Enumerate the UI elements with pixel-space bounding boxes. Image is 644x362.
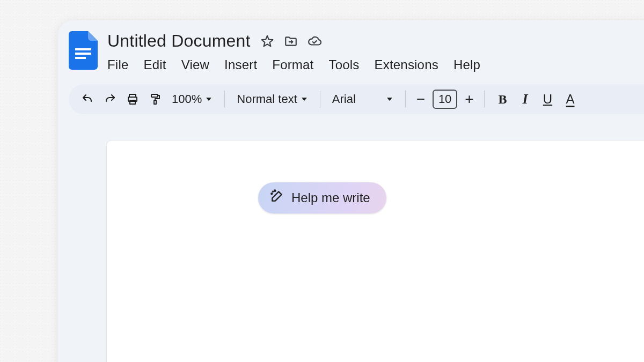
svg-rect-2	[75, 57, 86, 59]
svg-point-10	[271, 193, 272, 194]
menu-view[interactable]: View	[181, 56, 209, 73]
text-color-button[interactable]: A	[560, 89, 580, 109]
chevron-down-icon	[205, 92, 213, 106]
toolbar: 100% Normal text Arial − 10 +	[69, 84, 644, 114]
svg-rect-0	[75, 48, 91, 50]
docs-window: Untitled Document	[58, 20, 644, 362]
menu-file[interactable]: File	[107, 56, 128, 73]
document-page[interactable]: Help me write	[106, 140, 644, 362]
svg-point-9	[274, 190, 275, 191]
bold-button[interactable]: B	[492, 89, 513, 109]
increase-font-size-button[interactable]: +	[462, 91, 477, 108]
font-family-dropdown[interactable]: Arial	[328, 89, 398, 109]
font-size-group: − 10 +	[413, 90, 477, 109]
title-bar: Untitled Document	[58, 20, 644, 73]
star-icon[interactable]	[260, 34, 274, 48]
move-to-folder-icon[interactable]	[284, 34, 298, 48]
menu-tools[interactable]: Tools	[328, 56, 359, 73]
separator	[484, 91, 485, 108]
separator	[320, 91, 320, 108]
menu-format[interactable]: Format	[272, 56, 313, 73]
document-area: Help me write	[58, 140, 644, 362]
font-family-value: Arial	[332, 92, 356, 106]
menu-edit[interactable]: Edit	[143, 56, 166, 73]
help-me-write-label: Help me write	[291, 190, 370, 205]
svg-rect-6	[151, 94, 158, 97]
docs-logo-icon[interactable]	[69, 31, 98, 70]
font-size-input[interactable]: 10	[433, 90, 457, 109]
document-title[interactable]: Untitled Document	[107, 31, 251, 51]
help-me-write-button[interactable]: Help me write	[258, 182, 386, 213]
redo-button[interactable]	[100, 89, 120, 109]
font-size-value: 10	[438, 92, 451, 106]
cloud-saved-icon[interactable]	[308, 34, 321, 48]
paragraph-style-value: Normal text	[237, 92, 297, 106]
zoom-value: 100%	[172, 92, 202, 106]
italic-button[interactable]: I	[515, 89, 535, 109]
menu-bar: File Edit View Insert Format Tools Exten…	[107, 56, 480, 73]
separator	[405, 91, 406, 108]
undo-button[interactable]	[77, 89, 98, 109]
svg-rect-7	[154, 100, 156, 104]
paragraph-style-dropdown[interactable]: Normal text	[232, 89, 312, 109]
paint-format-button[interactable]	[145, 89, 165, 109]
decrease-font-size-button[interactable]: −	[413, 91, 428, 108]
zoom-dropdown[interactable]: 100%	[167, 89, 217, 109]
chevron-down-icon	[301, 92, 308, 106]
menu-extensions[interactable]: Extensions	[375, 56, 438, 73]
svg-point-8	[273, 191, 273, 192]
menu-insert[interactable]: Insert	[224, 56, 257, 73]
menu-help[interactable]: Help	[453, 56, 480, 73]
svg-rect-1	[75, 53, 91, 55]
magic-pen-icon	[270, 189, 284, 206]
separator	[224, 91, 225, 108]
underline-button[interactable]: U	[537, 89, 558, 109]
chevron-down-icon	[386, 92, 393, 106]
print-button[interactable]	[122, 89, 143, 109]
